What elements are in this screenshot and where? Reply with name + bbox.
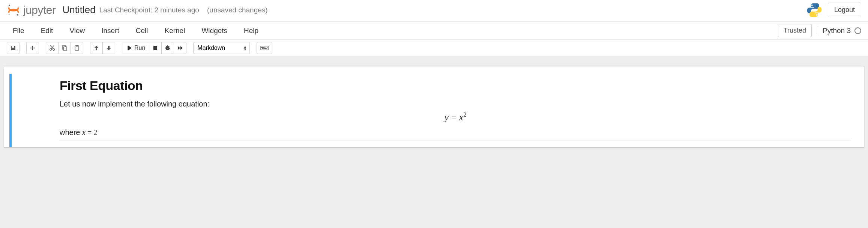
menu-edit[interactable]: Edit <box>35 24 59 37</box>
svg-rect-18 <box>267 47 267 48</box>
fast-forward-icon <box>177 45 183 51</box>
stop-icon <box>152 45 158 51</box>
restart-run-all-button[interactable] <box>174 42 186 54</box>
svg-rect-16 <box>264 47 265 48</box>
svg-rect-8 <box>63 47 67 50</box>
cell-prompt-area <box>12 76 57 145</box>
clipboard-group <box>46 42 83 54</box>
unsaved-indicator: (unsaved changes) <box>207 6 268 14</box>
where-value: 2 <box>93 128 97 136</box>
cut-icon <box>49 45 55 51</box>
cut-button[interactable] <box>46 42 59 54</box>
celltype-select[interactable]: Code Markdown Raw NBConvert Heading <box>193 42 250 54</box>
arrow-down-icon <box>106 45 112 51</box>
python-logo-icon <box>806 2 823 18</box>
menu-cell[interactable]: Cell <box>130 24 154 37</box>
equation-x: x <box>459 112 464 123</box>
run-group: Run <box>122 42 186 54</box>
menubar-right: Trusted Python 3 <box>778 24 861 37</box>
jupyter-logo-icon <box>7 3 20 17</box>
markdown-intro: Let us now implement the following equat… <box>60 100 851 108</box>
paste-icon <box>74 45 80 51</box>
toolbar: Run Code Markdown Raw NBConvert Heading … <box>0 40 868 56</box>
svg-point-2 <box>9 14 10 15</box>
copy-icon <box>62 45 68 51</box>
jupyter-logo[interactable]: jupyter <box>7 3 56 17</box>
run-icon <box>126 45 132 51</box>
command-palette-button[interactable] <box>257 42 272 54</box>
run-label: Run <box>134 45 145 51</box>
equation-equals: = <box>449 112 459 123</box>
svg-rect-12 <box>260 46 269 50</box>
svg-point-5 <box>50 48 51 50</box>
copy-button[interactable] <box>58 42 71 54</box>
notebook-header: jupyter Untitled Last Checkpoint: 2 minu… <box>0 0 868 22</box>
svg-point-0 <box>9 4 10 6</box>
run-button[interactable]: Run <box>122 42 149 54</box>
kernel-indicator[interactable]: Python 3 <box>818 27 861 35</box>
restart-icon <box>165 45 171 51</box>
plus-icon <box>30 45 36 51</box>
menu-kernel[interactable]: Kernel <box>158 24 191 37</box>
menu-file[interactable]: File <box>7 24 30 37</box>
cell-divider <box>60 141 851 141</box>
svg-point-3 <box>811 4 813 6</box>
menu-widgets[interactable]: Widgets <box>195 24 233 37</box>
restart-button[interactable] <box>161 42 174 54</box>
move-group <box>90 42 115 54</box>
notebook-background: First Equation Let us now implement the … <box>0 56 868 228</box>
svg-rect-19 <box>262 48 267 49</box>
svg-rect-11 <box>153 46 157 50</box>
markdown-cell[interactable]: First Equation Let us now implement the … <box>9 74 859 147</box>
equation-exponent: 2 <box>463 111 466 118</box>
move-down-button[interactable] <box>102 42 115 54</box>
markdown-where: where x = 2 <box>60 128 851 137</box>
markdown-heading: First Equation <box>60 78 851 93</box>
svg-point-1 <box>17 14 19 16</box>
notebook-title[interactable]: Untitled <box>63 4 96 16</box>
kernel-name: Python 3 <box>823 27 851 35</box>
equation-display: y = x2 <box>60 111 851 123</box>
checkpoint-status: Last Checkpoint: 2 minutes ago (unsaved … <box>99 6 268 14</box>
menu-insert[interactable]: Insert <box>95 24 125 37</box>
svg-rect-10 <box>76 45 78 46</box>
keyboard-icon <box>260 45 269 51</box>
svg-rect-17 <box>266 47 266 48</box>
menu-help[interactable]: Help <box>238 24 264 37</box>
svg-point-6 <box>53 48 54 50</box>
move-up-button[interactable] <box>90 42 103 54</box>
svg-rect-15 <box>263 47 264 48</box>
header-right: Logout <box>806 2 861 18</box>
logout-button[interactable]: Logout <box>828 3 861 17</box>
where-var: x <box>82 128 86 136</box>
trusted-button[interactable]: Trusted <box>778 24 812 37</box>
arrow-up-icon <box>93 45 99 51</box>
kernel-status-icon <box>854 27 861 34</box>
where-equals: = <box>86 128 93 136</box>
save-icon <box>10 45 16 51</box>
add-cell-button[interactable] <box>26 42 39 54</box>
menu-view[interactable]: View <box>63 24 91 37</box>
jupyter-logo-text: jupyter <box>23 4 56 16</box>
notebook-container: First Equation Let us now implement the … <box>4 66 864 147</box>
where-prefix: where <box>60 128 82 136</box>
svg-rect-13 <box>261 47 262 48</box>
menubar: File Edit View Insert Cell Kernel Widget… <box>0 22 868 40</box>
svg-rect-14 <box>262 47 263 48</box>
equation-y: y <box>445 112 449 123</box>
celltype-select-wrap: Code Markdown Raw NBConvert Heading ▲▼ <box>193 42 250 54</box>
checkpoint-time: Last Checkpoint: 2 minutes ago <box>99 6 199 14</box>
cell-content: First Equation Let us now implement the … <box>57 76 859 145</box>
svg-point-4 <box>816 14 818 16</box>
stop-button[interactable] <box>149 42 162 54</box>
save-button[interactable] <box>7 42 20 54</box>
paste-button[interactable] <box>71 42 83 54</box>
